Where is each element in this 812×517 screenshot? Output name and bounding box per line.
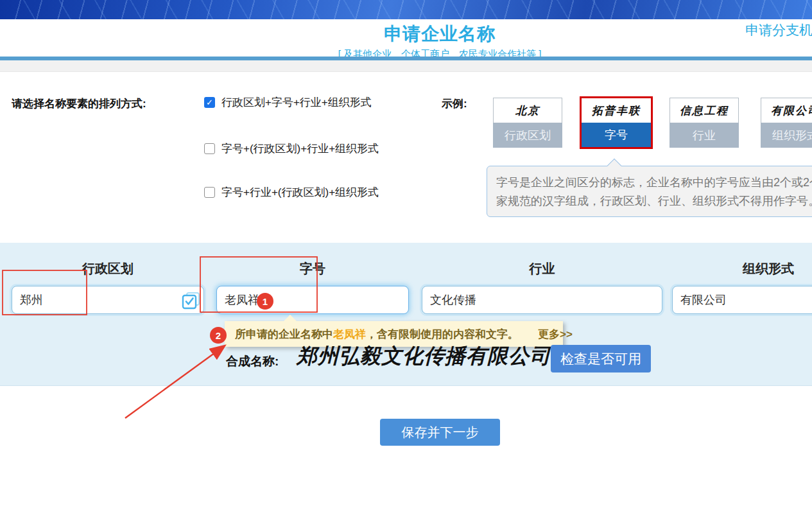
save-next-button[interactable]: 保存并下一步 bbox=[380, 419, 500, 446]
example-category: 组织形式 bbox=[761, 123, 812, 148]
district-picker-icon[interactable] bbox=[182, 292, 201, 310]
district-input[interactable] bbox=[12, 286, 204, 314]
example-box-district[interactable]: 北京 行政区划 bbox=[493, 98, 562, 148]
warning-highlight: 老凤祥 bbox=[333, 327, 366, 342]
page-title: 申请企业名称 bbox=[67, 22, 812, 46]
warning-text-suffix: ，含有限制使用的内容和文字。 bbox=[366, 327, 519, 342]
checkbox-unchecked-icon[interactable] bbox=[204, 187, 215, 198]
example-name: 拓普丰联 bbox=[582, 98, 651, 123]
industry-input[interactable] bbox=[422, 286, 662, 314]
top-banner bbox=[0, 0, 812, 19]
column-header-industry: 行业 bbox=[422, 260, 662, 277]
arrangement-option-3[interactable]: 字号+行业+(行政区划)+组织形式 bbox=[204, 185, 379, 200]
page-header: 申请企业名称 [ 及其他企业、个体工商户、农民专业合作社等 ] bbox=[0, 19, 812, 57]
checkbox-checked-icon[interactable]: ✓ bbox=[204, 97, 215, 108]
tooltip-caret-icon bbox=[607, 159, 622, 173]
arrangement-option-label: 字号+(行政区划)+行业+组织形式 bbox=[221, 141, 379, 156]
example-box-industry[interactable]: 信息工程 行业 bbox=[669, 98, 739, 148]
example-name: 有限公司 bbox=[761, 98, 812, 123]
warning-more-link[interactable]: 更多>> bbox=[538, 327, 573, 342]
arrangement-option-1[interactable]: ✓ 行政区划+字号+行业+组织形式 bbox=[204, 95, 372, 110]
annotation-badge-1: 1 bbox=[257, 293, 273, 310]
arrangement-label: 请选择名称要素的排列方式: bbox=[12, 96, 146, 111]
column-header-orgform: 组织形式 bbox=[672, 260, 812, 277]
example-tooltip-line2: 家规范的汉字组成，行政区划、行业、组织形式不得用作字号。 bbox=[496, 192, 812, 211]
example-category: 字号 bbox=[582, 123, 651, 147]
example-tooltip: 字号是企业之间区分的标志，企业名称中的字号应当由2个或2个 家规范的汉字组成，行… bbox=[487, 166, 812, 217]
example-category: 行业 bbox=[669, 123, 739, 148]
header-gray-strip bbox=[0, 60, 812, 72]
orgform-input[interactable] bbox=[672, 286, 812, 314]
composed-name-value: 郑州弘毅文化传播有限公司 bbox=[297, 342, 547, 371]
example-label: 示例: bbox=[442, 96, 467, 111]
warning-text-prefix: 所申请的企业名称中 bbox=[235, 327, 333, 342]
tradename-input[interactable] bbox=[216, 286, 409, 314]
example-name: 北京 bbox=[493, 98, 562, 123]
column-header-tradename: 字号 bbox=[216, 260, 409, 277]
branch-application-link[interactable]: 申请分支机 bbox=[745, 21, 812, 39]
arrangement-option-label: 字号+行业+(行政区划)+组织形式 bbox=[221, 185, 379, 200]
annotation-badge-2: 2 bbox=[210, 327, 227, 344]
checkbox-unchecked-icon[interactable] bbox=[204, 143, 215, 154]
arrangement-option-2[interactable]: 字号+(行政区划)+行业+组织形式 bbox=[204, 141, 379, 156]
example-box-orgform[interactable]: 有限公司 组织形式 bbox=[761, 98, 812, 148]
example-name: 信息工程 bbox=[669, 98, 739, 123]
example-tooltip-line1: 字号是企业之间区分的标志，企业名称中的字号应当由2个或2个 bbox=[496, 173, 812, 192]
arrangement-option-label: 行政区划+字号+行业+组织形式 bbox=[221, 95, 372, 110]
column-header-district: 行政区划 bbox=[12, 260, 204, 277]
example-box-tradename[interactable]: 拓普丰联 字号 bbox=[580, 96, 653, 149]
check-availability-button[interactable]: 检查是否可用 bbox=[551, 345, 651, 372]
example-category: 行政区划 bbox=[493, 123, 562, 148]
composed-name-label: 合成名称: bbox=[226, 353, 279, 370]
